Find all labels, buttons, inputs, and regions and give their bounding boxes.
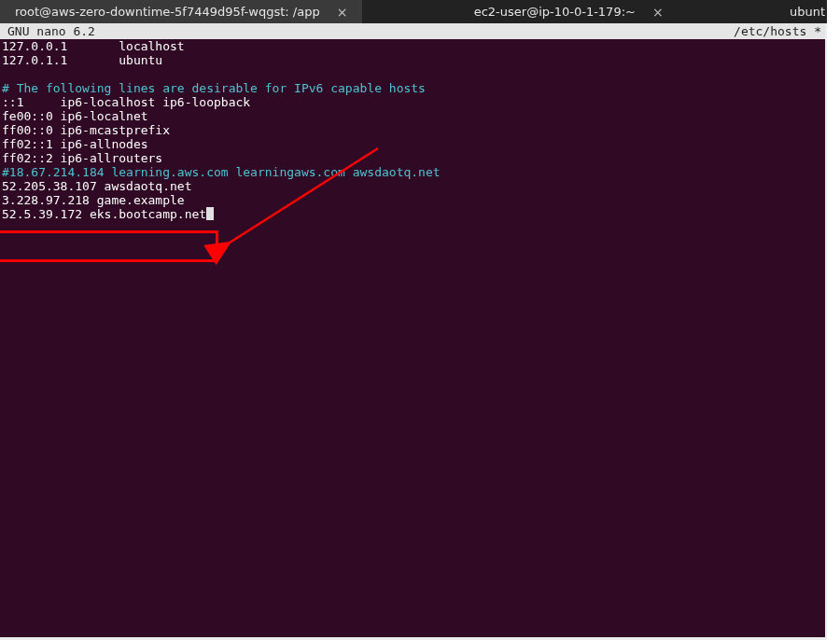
hosts-comment: #18.67.214.184 learning.aws.com learning… bbox=[2, 165, 441, 179]
hosts-line: ff02::2 ip6-allrouters bbox=[2, 151, 162, 165]
hosts-line: 52.205.38.107 awsdaotq.net bbox=[2, 179, 192, 193]
hosts-line: ff02::1 ip6-allnodes bbox=[2, 137, 148, 151]
hosts-comment: # The following lines are desirable for … bbox=[2, 81, 426, 95]
hosts-line-highlighted: 52.5.39.172 eks.bootcamp.net bbox=[2, 207, 206, 221]
text-cursor bbox=[206, 207, 214, 220]
tab-2[interactable]: ec2-user@ip-10-0-1-179:~ × bbox=[459, 0, 679, 23]
file-content[interactable]: 127.0.0.1 localhost 127.0.1.1 ubuntu # T… bbox=[0, 39, 825, 221]
tab-1-title: root@aws-zero-downtime-5f7449d95f-wqgst:… bbox=[15, 5, 337, 19]
hosts-line: 3.228.97.218 game.example bbox=[2, 193, 185, 207]
tab-3-title: ubunt bbox=[790, 5, 825, 19]
tab-2-title: ec2-user@ip-10-0-1-179:~ bbox=[474, 5, 652, 19]
hosts-line: 127.0.1.1 ubuntu bbox=[2, 53, 162, 67]
tab-1[interactable]: root@aws-zero-downtime-5f7449d95f-wqgst:… bbox=[0, 0, 362, 23]
terminal-editor[interactable]: GNU nano 6.2 /etc/hosts * 127.0.0.1 loca… bbox=[0, 23, 825, 637]
close-icon[interactable]: × bbox=[337, 6, 348, 19]
hosts-line: fe00::0 ip6-localnet bbox=[2, 109, 148, 123]
hosts-line: ff00::0 ip6-mcastprefix bbox=[2, 123, 170, 137]
page-right-margin bbox=[827, 0, 840, 640]
nano-title-bar: GNU nano 6.2 /etc/hosts * bbox=[0, 23, 825, 39]
hosts-line: 127.0.0.1 localhost bbox=[2, 39, 185, 53]
nano-file-path: /etc/hosts bbox=[734, 24, 806, 38]
terminal-tab-bar: root@aws-zero-downtime-5f7449d95f-wqgst:… bbox=[0, 0, 840, 23]
nano-app-name: GNU nano 6.2 bbox=[0, 24, 95, 38]
annotation-highlight-box bbox=[0, 230, 218, 262]
close-icon[interactable]: × bbox=[652, 6, 664, 19]
hosts-line: ::1 ip6-localhost ip6-loopback bbox=[2, 95, 250, 109]
nano-modified-flag: * bbox=[806, 24, 821, 38]
